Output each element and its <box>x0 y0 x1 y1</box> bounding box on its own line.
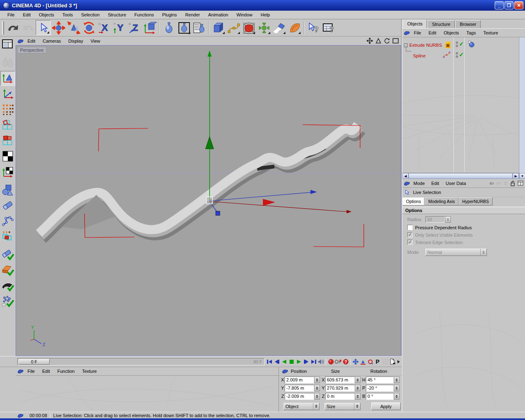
spline-object-icon[interactable] <box>443 50 451 59</box>
viewport-toggle-icon[interactable] <box>393 38 399 44</box>
tab-hypernurbs[interactable]: HyperNURBS <box>459 197 493 205</box>
size-x-input[interactable] <box>325 377 355 383</box>
radius-input[interactable] <box>425 216 445 223</box>
snap-toggle-button[interactable] <box>0 247 15 262</box>
tab-structure[interactable]: Structure <box>427 20 455 28</box>
am-menu-mode[interactable]: Mode <box>410 180 428 187</box>
play-backward-button[interactable] <box>281 358 288 365</box>
polygon-tool-button[interactable] <box>0 133 15 148</box>
record-position-button[interactable] <box>352 358 359 365</box>
layout-grid-icon[interactable] <box>518 180 523 186</box>
viewport-menu-display[interactable]: Display <box>65 38 87 44</box>
tab-modeling-axis[interactable]: Modeling Axis <box>425 197 459 205</box>
render-settings-button[interactable] <box>192 20 207 35</box>
position-x-input[interactable] <box>285 377 314 383</box>
stop-button[interactable] <box>288 358 295 365</box>
stepper[interactable] <box>314 377 320 383</box>
checkbox-pressure-dependent-radius[interactable]: Pressure Dependent Radius <box>407 225 525 230</box>
menu-plugins[interactable]: Plugins <box>158 11 181 18</box>
stepper[interactable] <box>355 385 361 391</box>
prev-frame-button[interactable] <box>273 358 280 365</box>
hscroll-thumb[interactable] <box>409 173 513 179</box>
menu-window[interactable]: Window <box>232 11 256 18</box>
enable-check[interactable]: ✓ <box>459 41 464 47</box>
texture-axis-tool-button[interactable] <box>0 164 15 179</box>
checkbox-only-select-visible[interactable]: ✓ Only Select Visible Elements <box>407 232 525 237</box>
rotate-tool-button[interactable] <box>81 20 96 35</box>
viewport-menu-edit[interactable]: Edit <box>24 38 39 44</box>
up-level-icon[interactable]: ⇧ <box>503 180 508 186</box>
coords-mode-dropdown[interactable]: Object <box>283 403 320 410</box>
size-z-input[interactable] <box>325 393 355 400</box>
menu-render[interactable]: Render <box>181 11 204 18</box>
checkbox-tolerant-edge-selection[interactable]: ✓ Tolerant Edge Selection <box>407 240 525 245</box>
checkbox-unchecked[interactable] <box>407 225 413 230</box>
sound-toggle-button[interactable] <box>317 358 324 365</box>
am-menu-edit[interactable]: Edit <box>428 180 443 187</box>
goto-end-button[interactable] <box>310 358 317 365</box>
texture-tool-button[interactable] <box>0 149 15 164</box>
add-primitive-button[interactable] <box>211 20 226 35</box>
transport-expand-button[interactable] <box>396 358 401 365</box>
goto-start-button[interactable] <box>266 358 273 365</box>
visibility-dots[interactable] <box>456 52 458 58</box>
minimize-button[interactable]: _ <box>495 1 504 9</box>
rotation-p-input[interactable] <box>366 385 394 392</box>
menu-help[interactable]: Help <box>257 11 274 18</box>
history-forward-icon[interactable]: ⇨ <box>496 180 501 186</box>
tab-options[interactable]: Options <box>402 197 425 205</box>
checkbox-checked[interactable]: ✓ <box>407 232 413 237</box>
generators-toggle-button[interactable] <box>0 294 15 309</box>
add-spline-button[interactable] <box>226 20 241 35</box>
om-menu-file[interactable]: File <box>410 30 425 36</box>
live-selection-tool-button[interactable] <box>36 20 51 35</box>
help-pointer-button[interactable]: ? <box>306 20 321 35</box>
tab-objects[interactable]: Objects <box>403 20 427 28</box>
object-manager-hscrollbar[interactable]: ◀ ▶ <box>402 173 519 179</box>
radius-stepper[interactable] <box>445 216 451 223</box>
phong-tag-icon[interactable] <box>467 40 475 48</box>
position-z-input[interactable] <box>285 393 314 400</box>
add-nurbs-button[interactable] <box>241 20 256 35</box>
menu-structure[interactable]: Structure <box>104 11 130 18</box>
lock-z-axis-button[interactable]: BZ <box>127 20 142 35</box>
menu-objects[interactable]: Objects <box>35 11 58 18</box>
stepper[interactable] <box>314 385 320 391</box>
checkbox-checked[interactable]: ✓ <box>407 240 413 245</box>
scroll-left-button[interactable]: ◀ <box>402 173 409 179</box>
menu-animation[interactable]: Animation <box>204 11 232 18</box>
menu-file[interactable]: File <box>3 11 19 18</box>
lock-y-axis-button[interactable]: PY <box>112 20 127 35</box>
render-view-button[interactable] <box>161 20 176 35</box>
scale-tool-button[interactable] <box>66 20 81 35</box>
ik-tool-button[interactable] <box>0 214 15 228</box>
move-tool-button[interactable] <box>51 20 66 35</box>
next-frame-button[interactable] <box>303 358 310 365</box>
coords-size-dropdown[interactable]: Size <box>324 403 361 410</box>
autokey-button[interactable] <box>335 358 342 365</box>
animation-tool-button[interactable] <box>0 198 15 213</box>
menu-edit[interactable]: Edit <box>19 11 35 18</box>
object-axis-tool-button[interactable] <box>0 87 15 101</box>
add-light-button[interactable] <box>272 20 287 35</box>
visibility-dots[interactable] <box>456 41 458 47</box>
stepper[interactable] <box>394 393 399 399</box>
mat-menu-function[interactable]: Function <box>54 368 78 374</box>
viewport-menu-cameras[interactable]: Cameras <box>39 38 65 44</box>
redo-button[interactable] <box>21 20 36 35</box>
stepper[interactable] <box>314 393 320 399</box>
play-button[interactable] <box>295 358 302 365</box>
viewport-zoom-icon[interactable] <box>375 38 381 44</box>
stepper[interactable] <box>394 377 399 383</box>
menu-functions[interactable]: Functions <box>130 11 158 18</box>
record-button[interactable] <box>327 358 334 365</box>
record-parameter-button[interactable]: P <box>374 358 381 365</box>
om-menu-tags[interactable]: Tags <box>463 30 479 36</box>
timeline-handle[interactable]: 0 F <box>18 359 50 365</box>
size-y-input[interactable] <box>325 385 355 392</box>
stepper[interactable] <box>355 377 361 383</box>
om-menu-edit[interactable]: Edit <box>425 30 440 36</box>
scroll-right-button[interactable]: ▶ <box>513 173 519 179</box>
lock-x-axis-button[interactable]: HX <box>96 20 112 35</box>
layout-switch-button[interactable] <box>0 37 15 52</box>
